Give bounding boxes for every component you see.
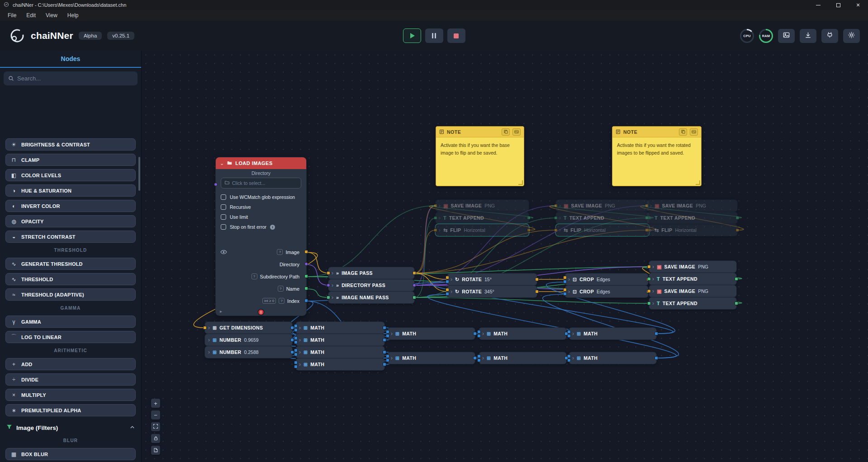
input-handle-image[interactable] <box>563 288 567 292</box>
rotate-node[interactable]: ›↻ROTATE15° <box>447 273 537 285</box>
text-append-node[interactable]: ›TTEXT APPEND <box>649 297 736 309</box>
input-handle-text[interactable] <box>647 302 651 305</box>
input-handle-image[interactable] <box>647 289 651 293</box>
sidebar-item-hue-saturation[interactable]: ◑HUE & SATURATION <box>5 184 136 197</box>
input-handle-number[interactable] <box>477 334 481 338</box>
output-handle-image[interactable] <box>535 278 539 281</box>
node-canvas[interactable]: ⌄ LOAD IMAGES Directory Click to select.… <box>142 51 868 462</box>
image-name-pass-node[interactable]: ›»IMAGE NAME PASS <box>328 292 414 303</box>
text-append-node[interactable]: ›TTEXT APPEND <box>556 212 649 224</box>
cpu-usage-ring[interactable]: CPU <box>740 29 754 43</box>
image-pass-node[interactable]: ›»IMAGE PASS <box>328 267 414 279</box>
input-handle-number[interactable] <box>386 354 389 358</box>
crop-node[interactable]: ›⊡CROPEdges <box>565 273 648 285</box>
directory-select-input[interactable]: Click to select... <box>221 178 301 189</box>
pause-button[interactable] <box>425 28 443 43</box>
input-handle-image[interactable] <box>645 228 649 232</box>
checkbox[interactable] <box>221 214 226 220</box>
output-handle-number[interactable] <box>383 350 386 354</box>
output-handle-text[interactable] <box>304 287 308 290</box>
sidebar-item-color-levels[interactable]: ◧COLOR LEVELS <box>5 169 136 181</box>
input-handle-number[interactable] <box>567 334 571 338</box>
output-handle-number[interactable] <box>383 338 386 342</box>
text-append-node[interactable]: ›TTEXT APPEND <box>649 273 736 285</box>
input-handle-number[interactable] <box>563 292 567 296</box>
text-append-node[interactable]: ›TTEXT APPEND <box>436 212 529 224</box>
note-node[interactable]: NOTEActivate this if you want the base i… <box>436 126 524 186</box>
input-handle-number[interactable] <box>477 330 481 334</box>
directory-input-handle[interactable] <box>214 183 218 186</box>
note-header[interactable]: NOTE <box>436 127 524 137</box>
checkbox[interactable] <box>221 204 226 210</box>
math-node[interactable]: ›⊞MATH <box>296 322 384 334</box>
output-handle-image[interactable] <box>304 250 308 254</box>
category-header-image-filters[interactable]: Image (Filters) <box>5 421 136 434</box>
sidebar-item-box-blur[interactable]: ▦BOX BLUR <box>5 448 136 460</box>
input-handle-text[interactable] <box>554 216 558 220</box>
zoom-fit-button[interactable] <box>151 422 160 431</box>
output-handle-text[interactable] <box>527 216 531 220</box>
math-node[interactable]: ›⊞MATH <box>569 352 656 364</box>
sidebar-item-threshold[interactable]: ∿THRESHOLD <box>5 273 136 285</box>
input-handle-image[interactable] <box>327 271 330 275</box>
export-image-button[interactable] <box>778 29 795 43</box>
get-dimensions-node[interactable]: ›⊞GET DIMENSIONS <box>205 322 292 334</box>
input-handle-image[interactable] <box>554 228 558 232</box>
math-node[interactable]: ›⊞MATH <box>296 346 384 358</box>
save-image-node[interactable]: ›▣SAVE IMAGEPNG <box>436 200 529 212</box>
input-handle-number[interactable] <box>294 324 298 328</box>
number-node[interactable]: ›⊞NUMBER0.9659 <box>205 334 292 346</box>
sidebar-item-gamma[interactable]: γGAMMA <box>5 316 136 328</box>
output-handle-number[interactable] <box>473 332 477 335</box>
input-handle-number[interactable] <box>477 354 481 358</box>
save-image-node[interactable]: ›▣SAVE IMAGEPNG <box>649 285 736 297</box>
input-handle-number[interactable] <box>294 353 298 356</box>
flip-node[interactable]: ›⇆FLIPHorizontal <box>556 224 649 236</box>
menu-file[interactable]: File <box>4 11 20 20</box>
minimize-button[interactable] <box>808 0 828 10</box>
save-image-node[interactable]: ›▣SAVE IMAGEPNG <box>649 261 736 273</box>
sidebar-item-threshold-adaptive[interactable]: ≈THRESHOLD (ADAPTIVE) <box>5 288 136 301</box>
sidebar-item-brightness-contrast[interactable]: ☀BRIGHTNESS & CONTRAST <box>5 138 136 151</box>
input-handle-text[interactable] <box>647 277 651 281</box>
sidebar-item-invert-color[interactable]: ◐INVERT COLOR <box>5 200 136 212</box>
output-handle-number[interactable] <box>383 363 386 366</box>
sidebar-item-opacity[interactable]: ◍OPACITY <box>5 215 136 227</box>
input-handle-number[interactable] <box>294 365 298 368</box>
output-handle-text[interactable] <box>304 274 308 278</box>
input-handle-number[interactable] <box>386 334 389 338</box>
copy-button[interactable] <box>502 128 510 136</box>
math-node[interactable]: ›⊞MATH <box>479 352 566 364</box>
output-handle-text[interactable] <box>735 277 738 281</box>
collapse-chevron-icon[interactable]: ⌄ <box>220 160 224 166</box>
maximize-button[interactable] <box>828 0 848 10</box>
sidebar-item-add[interactable]: +ADD <box>5 358 136 370</box>
output-handle-image[interactable] <box>735 228 739 232</box>
output-handle-text[interactable] <box>735 216 739 220</box>
error-badge[interactable]: ! <box>258 309 265 316</box>
input-handle-number[interactable] <box>294 361 298 364</box>
output-handle-image[interactable] <box>535 290 539 293</box>
settings-button[interactable] <box>843 29 860 43</box>
markdown-button[interactable] <box>512 128 521 136</box>
input-handle-text[interactable] <box>645 216 649 220</box>
save-image-node[interactable]: ›▣SAVE IMAGEPNG <box>647 200 737 212</box>
output-handle-number[interactable] <box>655 356 658 360</box>
output-handle-text[interactable] <box>735 302 738 305</box>
search-input[interactable] <box>17 75 133 82</box>
input-handle-number[interactable] <box>563 280 567 283</box>
flip-node[interactable]: ›⇆FLIPHorizontal <box>436 224 529 236</box>
sidebar-scrollbar[interactable] <box>138 157 140 191</box>
output-handle-number[interactable] <box>290 338 294 342</box>
eye-icon[interactable] <box>220 249 227 257</box>
flip-node[interactable]: ›⇆FLIPHorizontal <box>647 224 737 236</box>
input-handle-image[interactable] <box>645 204 649 207</box>
output-handle-image[interactable] <box>413 271 416 275</box>
input-handle-number[interactable] <box>567 330 571 334</box>
input-handle-number[interactable] <box>386 330 389 334</box>
input-handle-number[interactable] <box>294 336 298 340</box>
copy-button[interactable] <box>679 128 687 136</box>
output-handle-directory[interactable] <box>304 262 308 266</box>
math-node[interactable]: ›⊞MATH <box>479 328 566 339</box>
stop-button[interactable] <box>447 28 465 43</box>
